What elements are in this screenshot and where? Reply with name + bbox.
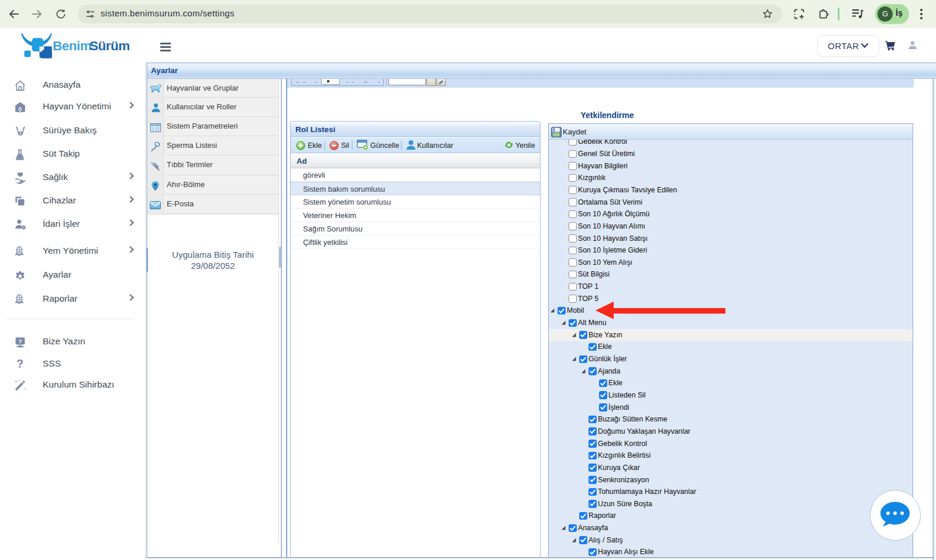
svg-text:?: ? [19,338,22,344]
svg-text:?: ? [16,358,23,370]
svg-text:Sürüm: Sürüm [90,39,129,53]
svg-text:Benim: Benim [53,39,91,53]
